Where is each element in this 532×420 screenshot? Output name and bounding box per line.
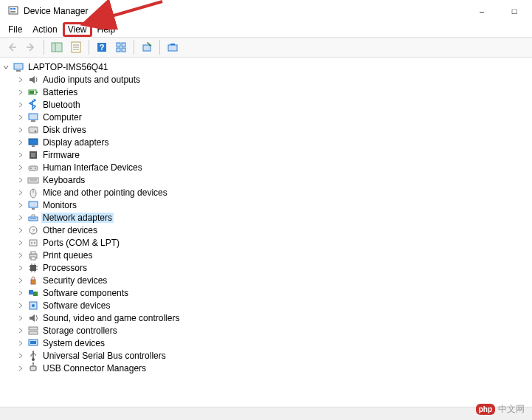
svg-point-28 (35, 130, 37, 132)
svg-rect-47 (30, 240, 37, 246)
tree-category[interactable]: Disk drives (1, 123, 531, 136)
watermark: php 中文网 (476, 403, 525, 416)
minimize-button[interactable]: – (466, 1, 498, 21)
chevron-right-icon[interactable] (16, 264, 25, 272)
tree-category[interactable]: Batteries (1, 86, 531, 98)
bluetooth-icon (27, 99, 39, 111)
tree-category-label: Mice and other pointing devices (41, 187, 169, 198)
sw-dev-icon (27, 300, 39, 311)
svg-point-48 (31, 242, 32, 244)
svg-rect-13 (117, 43, 120, 47)
maximize-button[interactable]: □ (498, 1, 531, 21)
tree-category[interactable]: Universal Serial Bus controllers (1, 349, 531, 362)
menu-file[interactable]: File (3, 24, 27, 35)
chevron-right-icon[interactable] (16, 251, 25, 260)
toolbar-iconview-button[interactable] (112, 38, 130, 56)
tree-category[interactable]: Bluetooth (1, 98, 531, 111)
chevron-right-icon[interactable] (16, 326, 25, 335)
tree-category[interactable]: ? Other devices (1, 224, 531, 236)
display-icon (27, 137, 39, 148)
keyboard-icon (27, 174, 39, 186)
menu-action[interactable]: Action (27, 24, 62, 35)
chevron-right-icon[interactable] (16, 113, 25, 122)
toolbar-back-button[interactable] (3, 38, 21, 56)
chevron-right-icon[interactable] (16, 151, 25, 159)
chevron-right-icon[interactable] (16, 314, 25, 323)
tree-category-label: Bluetooth (41, 100, 82, 110)
toolbar-properties-button[interactable] (67, 38, 85, 56)
toolbar-tree-button[interactable] (48, 38, 66, 56)
chevron-right-icon[interactable] (16, 301, 25, 310)
svg-rect-24 (30, 91, 34, 94)
tree-category[interactable]: USB Connector Managers (1, 362, 531, 374)
svg-rect-64 (33, 292, 38, 296)
tree-category[interactable]: Mice and other pointing devices (1, 186, 531, 199)
audio-icon (27, 74, 39, 86)
chevron-right-icon[interactable] (16, 100, 25, 109)
chevron-right-icon[interactable] (16, 138, 25, 147)
svg-rect-15 (117, 48, 120, 52)
tree-category[interactable]: Keyboards (1, 173, 531, 186)
tree-category[interactable]: Ports (COM & LPT) (1, 236, 531, 249)
chevron-right-icon[interactable] (16, 88, 25, 97)
tree-root[interactable]: LAPTOP-IMS56Q41 (1, 61, 531, 73)
chevron-right-icon[interactable] (16, 226, 25, 235)
svg-rect-20 (14, 63, 23, 69)
toolbar-forward-button[interactable] (22, 38, 40, 56)
chevron-right-icon[interactable] (16, 351, 25, 360)
chevron-down-icon[interactable] (1, 63, 10, 72)
tree-category[interactable]: Display adapters (1, 136, 531, 148)
tree-category[interactable]: Processors (1, 261, 531, 274)
svg-rect-19 (170, 44, 175, 45)
toolbar-separator (44, 40, 44, 55)
computer-icon (27, 111, 39, 123)
svg-rect-51 (31, 252, 35, 254)
chevron-right-icon[interactable] (16, 213, 25, 222)
svg-rect-25 (29, 114, 38, 120)
chevron-right-icon[interactable] (16, 188, 25, 197)
chevron-right-icon[interactable] (16, 201, 25, 210)
svg-rect-52 (31, 257, 35, 260)
tree-category[interactable]: Storage controllers (1, 324, 531, 337)
chevron-right-icon[interactable] (16, 289, 25, 297)
tree-category[interactable]: Print queues (1, 249, 531, 261)
watermark-logo: php (476, 404, 495, 415)
tree-category[interactable]: Human Interface Devices (1, 161, 531, 173)
tree-category[interactable]: Security devices (1, 274, 531, 286)
tree-category[interactable]: Network adapters (1, 211, 531, 224)
window-title: Device Manager (24, 6, 466, 16)
svg-rect-30 (32, 145, 35, 147)
chevron-right-icon[interactable] (16, 238, 25, 247)
printer-icon (27, 249, 39, 261)
menu-view[interactable]: View (63, 22, 92, 37)
chevron-right-icon[interactable] (16, 125, 25, 134)
svg-rect-70 (30, 341, 36, 344)
tree-category[interactable]: Monitors (1, 199, 531, 211)
chevron-right-icon[interactable] (16, 163, 25, 172)
tree-category[interactable]: Software components (1, 286, 531, 299)
tree-category[interactable]: Computer (1, 111, 531, 123)
tree-category[interactable]: Sound, video and game controllers (1, 311, 531, 324)
tree-category[interactable]: Software devices (1, 299, 531, 311)
mouse-icon (27, 187, 39, 199)
battery-icon (27, 86, 39, 98)
device-tree[interactable]: LAPTOP-IMS56Q41 Audio inputs and outputs… (0, 58, 532, 407)
tree-category[interactable]: Audio inputs and outputs (1, 73, 531, 86)
menu-help[interactable]: Help (92, 24, 121, 35)
chevron-right-icon[interactable] (16, 75, 25, 84)
toolbar-scan-button[interactable] (138, 38, 156, 56)
svg-rect-4 (10, 11, 15, 13)
svg-point-34 (30, 168, 32, 169)
toolbar-add-button[interactable] (164, 38, 182, 56)
chevron-right-icon[interactable] (16, 339, 25, 348)
sw-comp-icon (27, 287, 39, 299)
tree-category-label: Firmware (41, 150, 81, 160)
tree-category[interactable]: System devices (1, 337, 531, 349)
chevron-right-icon[interactable] (16, 176, 25, 185)
tree-category[interactable]: Firmware (1, 148, 531, 161)
svg-rect-2 (10, 8, 13, 10)
chevron-right-icon[interactable] (16, 276, 25, 285)
toolbar-help-button[interactable]: ? (93, 38, 111, 56)
disk-icon (27, 124, 39, 136)
chevron-right-icon[interactable] (16, 364, 25, 373)
